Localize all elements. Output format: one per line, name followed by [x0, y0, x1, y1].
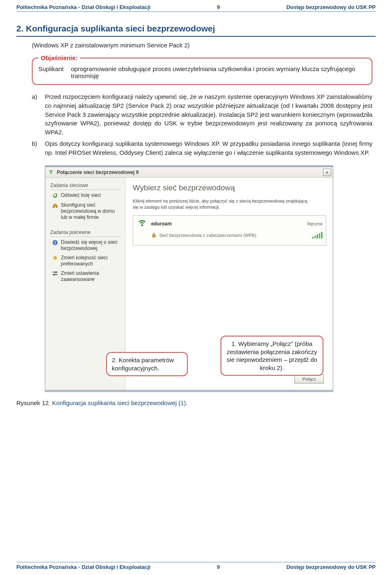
- annotation-step-2: 2. Korekta parametrów konfiguracyjnych.: [106, 352, 188, 376]
- header-right: Dostęp bezprzewodowy do USK PP: [286, 4, 376, 10]
- network-mode: Ręczne: [307, 221, 323, 226]
- sidebar-group-related-tasks: Zadania pokrewne: [50, 230, 121, 237]
- wireless-icon: [136, 218, 148, 230]
- task-label: Zmień kolejność sieci preferowanych: [61, 255, 121, 267]
- choose-network-desc: Kliknij element na poniższej liście, aby…: [133, 198, 308, 210]
- wireless-icon: [48, 169, 54, 176]
- choose-network-title: Wybierz sieć bezprzewodową: [133, 183, 326, 192]
- callout-definition: oprogramowanie obsługujące proces uwierz…: [71, 65, 366, 79]
- list-item-b: b) Opis dotyczy konfiguracji suplikanta …: [32, 139, 372, 157]
- home-network-icon: [52, 202, 58, 209]
- network-list-item[interactable]: eduroam Ręczne Sieć bezprzewodowa z zabe…: [133, 215, 326, 245]
- close-button[interactable]: ×: [323, 169, 331, 176]
- svg-rect-5: [56, 271, 56, 273]
- header-page: 9: [151, 4, 286, 10]
- network-ssid: eduroam: [151, 221, 307, 227]
- settings-icon: [52, 270, 58, 277]
- task-change-order[interactable]: Zmień kolejność sieci preferowanych: [52, 255, 121, 267]
- screenshot-figure: Połączenie sieci bezprzewodowej 9 × Zada…: [45, 165, 333, 392]
- refresh-icon: [52, 192, 58, 199]
- list-text: Opis dotyczy konfiguracji suplikanta sys…: [45, 139, 372, 157]
- list-text: Przed rozpoczęciem konfiguracji należy u…: [45, 92, 372, 137]
- figure-caption: Rysunek 12. Konfiguracja suplikanta siec…: [16, 399, 376, 406]
- info-icon: i: [52, 239, 58, 246]
- footer-right: Dostęp bezprzewodowy do USK PP: [286, 564, 376, 570]
- network-security: Sieć bezprzewodowa z zabezpieczeniami (W…: [159, 233, 256, 238]
- figure-title: Konfiguracja suplikanta sieci bezprzewod…: [52, 399, 188, 406]
- svg-rect-4: [53, 274, 58, 275]
- page-footer: Politechnika Poznańska - Dział Obsługi i…: [16, 562, 376, 570]
- list-letter: b): [32, 139, 45, 157]
- task-configure-network[interactable]: Skonfiguruj sieć bezprzewodową w domu lu…: [52, 202, 121, 221]
- callout-term: Suplikant: [38, 65, 71, 79]
- lock-icon: [151, 232, 157, 238]
- footer-left: Politechnika Poznańska - Dział Obsługi i…: [16, 564, 151, 570]
- callout-legend: Objaśnienie:: [38, 54, 80, 61]
- svg-rect-6: [54, 274, 55, 276]
- list-item-a: a) Przed rozpoczęciem konfiguracji należ…: [32, 92, 372, 137]
- task-learn-more[interactable]: i Dowiedz się więcej o sieci bezprzewodo…: [52, 239, 121, 252]
- list-letter: a): [32, 92, 45, 137]
- footer-page: 9: [151, 564, 286, 570]
- task-advanced-settings[interactable]: Zmień ustawienia zaawansowane: [52, 270, 121, 283]
- task-label: Dowiedz się więcej o sieci bezprzewodowe…: [61, 239, 121, 252]
- task-label: Odśwież listę sieci: [61, 192, 101, 198]
- explanation-callout: Objaśnienie: Suplikant oprogramowanie ob…: [32, 54, 372, 85]
- page-header: Politechnika Poznańska - Dział Obsługi i…: [16, 4, 376, 12]
- window-titlebar: Połączenie sieci bezprzewodowej 9 ×: [45, 167, 333, 178]
- sidebar-group-network-tasks: Zadania sieciowe: [50, 183, 121, 190]
- figure-number: Rysunek 12.: [16, 399, 52, 406]
- task-label: Skonfiguruj sieć bezprzewodową w domu lu…: [61, 202, 121, 221]
- star-icon: [52, 255, 58, 261]
- annotation-step-1: 1. Wybieramy „Połącz” (próba zestawienia…: [220, 336, 323, 376]
- section-subtitle: (Windows XP z zainstalowanym minimum Ser…: [32, 42, 376, 49]
- window-title: Połączenie sieci bezprzewodowej 9: [57, 169, 323, 175]
- connect-button[interactable]: Połącz: [294, 374, 324, 383]
- section-heading: 2. Konfiguracja suplikanta sieci bezprze…: [16, 20, 376, 37]
- svg-rect-3: [53, 272, 58, 273]
- svg-text:i: i: [55, 241, 56, 245]
- task-label: Zmień ustawienia zaawansowane: [61, 270, 121, 283]
- signal-strength-icon: [312, 232, 323, 238]
- header-left: Politechnika Poznańska - Dział Obsługi i…: [16, 4, 151, 10]
- task-refresh-list[interactable]: Odśwież listę sieci: [52, 192, 121, 199]
